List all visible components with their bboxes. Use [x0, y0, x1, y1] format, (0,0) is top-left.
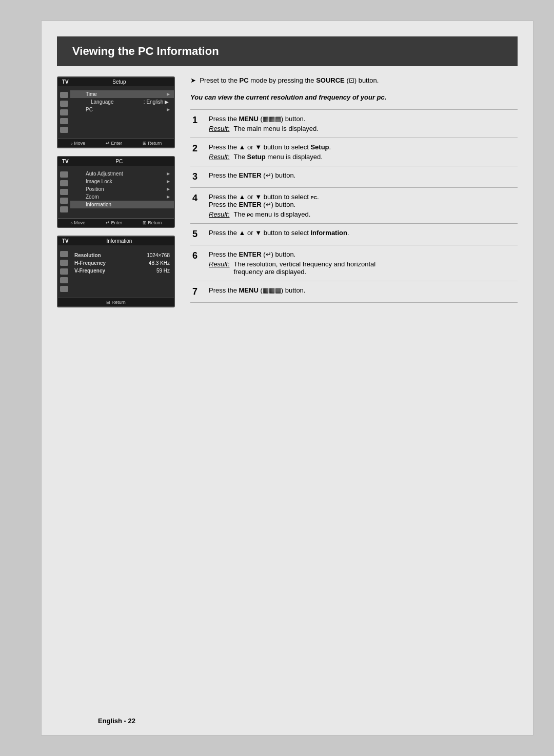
tv-screen2-title: PC: [115, 159, 123, 164]
setup-time-arrow: ▶: [167, 92, 170, 96]
step-1-result: Result: The main menu is displayed.: [209, 125, 518, 132]
step-5-num: 5: [190, 224, 205, 245]
step-2-result: Result: The Setup menu is displayed.: [209, 153, 518, 161]
tv-label-1: TV: [62, 79, 69, 85]
step-3-num: 3: [190, 166, 205, 188]
setup-item-language: Language : English ▶: [70, 98, 174, 106]
step-7-num: 7: [190, 281, 205, 303]
pc-zoom-label: Zoom: [86, 194, 99, 200]
info-resolution-label: Resolution: [74, 253, 101, 258]
tv-screen2-footer: ⬦ Move ↵ Enter ⊞ Return: [58, 218, 174, 227]
step-6-result-label: Result:: [209, 260, 229, 276]
info-hfreq-value: 48.3 KHz: [149, 260, 170, 266]
step-3-content: Press the ENTER (↵) button.: [205, 166, 518, 188]
step-4-result: Result: The pc menu is displayed.: [209, 210, 518, 218]
setup-pc-label: PC: [86, 107, 93, 112]
pc-item-auto: Auto Adjustment ▶: [70, 170, 174, 178]
step-7-text: Press the MENU (▦▦▦) button.: [209, 286, 518, 294]
footer-page: English - 22: [98, 717, 135, 725]
tv-screen3-title: Information: [106, 238, 132, 244]
tv-screen3-footer: ⊞ Return: [58, 298, 174, 306]
footer1-return: ⊞ Return: [143, 141, 162, 146]
step-6-text: Press the ENTER (↵) button.: [209, 250, 518, 258]
right-column: ➤ Preset to the PC mode by pressing the …: [190, 76, 518, 307]
step-5-text: Press the ▲ or ▼ button to select Inform…: [209, 229, 518, 237]
footer1-move: ⬦ Move: [70, 141, 86, 146]
step-2-result-text: The Setup menu is displayed.: [233, 153, 322, 161]
tv-screen1-header: TV Setup: [58, 77, 174, 86]
info-vfreq-label: V-Frequency: [74, 268, 105, 274]
step-1-text: Press the MENU (▦▦▦) button.: [209, 115, 518, 123]
setup-lang-value: : English ▶: [144, 99, 169, 105]
step-2-row: 2 Press the ▲ or ▼ button to select Setu…: [190, 138, 518, 166]
pc-item-position: Position ▶: [70, 185, 174, 193]
info-vfreq-row: V-Frequency 59 Hz: [72, 267, 172, 275]
tv-screen1-title: Setup: [112, 79, 126, 85]
step-5-content: Press the ▲ or ▼ button to select Inform…: [205, 224, 518, 245]
step-6-content: Press the ENTER (↵) button. Result: The …: [205, 245, 518, 281]
pc-item-imagelock: Image Lock ▶: [70, 178, 174, 185]
content-area: TV Setup: [42, 66, 533, 318]
step-4-result-label: Result:: [209, 210, 229, 218]
page-container: Viewing the PC Information TV Setup: [41, 21, 533, 735]
tv-screen-pc: TV PC: [57, 156, 175, 228]
info-vfreq-value: 59 Hz: [156, 268, 170, 274]
italic-note: You can view the current resolution and …: [190, 93, 518, 101]
footer-text: English - 22: [98, 717, 135, 725]
tv-label-2: TV: [62, 159, 69, 164]
tv-screen1-footer: ⬦ Move ↵ Enter ⊞ Return: [58, 139, 174, 147]
preset-note: ➤ Preset to the PC mode by pressing the …: [190, 76, 518, 88]
footer2-move: ⬦ Move: [70, 220, 86, 225]
step-4-num: 4: [190, 188, 205, 224]
setup-item-pc: PC ▶: [70, 106, 174, 113]
info-resolution-row: Resolution 1024×768: [72, 251, 172, 259]
step-1-row: 1 Press the MENU (▦▦▦) button. Result: T…: [190, 110, 518, 138]
step-7-row: 7 Press the MENU (▦▦▦) button.: [190, 281, 518, 303]
step-4-result-text: The pc menu is displayed.: [233, 210, 310, 218]
tv-screen3-menu: Resolution 1024×768 H-Frequency 48.3 KHz…: [58, 245, 174, 298]
setup-pc-arrow: ▶: [167, 107, 170, 112]
left-column: TV Setup: [57, 76, 175, 307]
setup-item-time: Time ▶: [70, 90, 174, 98]
footer3-return: ⊞ Return: [106, 300, 126, 305]
step-6-result: Result: The resolution, vertical frequen…: [209, 260, 518, 276]
info-hfreq-row: H-Frequency 48.3 KHz: [72, 259, 172, 267]
footer1-enter: ↵ Enter: [106, 141, 122, 146]
page-title: Viewing the PC Information: [72, 45, 502, 58]
step-1-num: 1: [190, 110, 205, 138]
tv-screen-info: TV Information: [57, 236, 175, 307]
step-4-text: Press the ▲ or ▼ button to select pc.Pre…: [209, 193, 518, 208]
step-5-row: 5 Press the ▲ or ▼ button to select Info…: [190, 224, 518, 245]
pc-auto-label: Auto Adjustment: [86, 171, 123, 177]
footer2-return: ⊞ Return: [143, 220, 162, 225]
step-1-content: Press the MENU (▦▦▦) button. Result: The…: [205, 110, 518, 138]
title-bar: Viewing the PC Information: [57, 36, 518, 66]
pc-item-zoom: Zoom ▶: [70, 193, 174, 201]
step-4-row: 4 Press the ▲ or ▼ button to select pc.P…: [190, 188, 518, 224]
step-6-row: 6 Press the ENTER (↵) button. Result: Th…: [190, 245, 518, 281]
footer2-enter: ↵ Enter: [106, 220, 122, 225]
steps-table: 1 Press the MENU (▦▦▦) button. Result: T…: [190, 109, 518, 303]
tv-screen2-menu: Auto Adjustment ▶ Image Lock ▶ Position …: [58, 166, 174, 218]
step-3-text: Press the ENTER (↵) button.: [209, 171, 518, 179]
pc-imagelock-label: Image Lock: [86, 179, 112, 184]
setup-time-label: Time: [86, 91, 97, 97]
pc-info-label: Information: [86, 202, 111, 207]
tv-label-3: TV: [62, 238, 69, 244]
step-2-text: Press the ▲ or ▼ button to select Setup.: [209, 143, 518, 151]
info-resolution-value: 1024×768: [147, 253, 170, 258]
step-2-content: Press the ▲ or ▼ button to select Setup.…: [205, 138, 518, 166]
tv-screen1-menu: Time ▶ Language : English ▶ PC ▶: [58, 86, 174, 139]
pc-position-label: Position: [86, 186, 104, 192]
step-2-num: 2: [190, 138, 205, 166]
info-hfreq-label: H-Frequency: [74, 260, 106, 266]
step-1-result-label: Result:: [209, 125, 229, 132]
step-7-content: Press the MENU (▦▦▦) button.: [205, 281, 518, 303]
step-4-content: Press the ▲ or ▼ button to select pc.Pre…: [205, 188, 518, 224]
step-6-num: 6: [190, 245, 205, 281]
pc-item-information: Information: [70, 201, 174, 208]
step-2-result-label: Result:: [209, 153, 229, 161]
step-1-result-text: The main menu is displayed.: [233, 125, 318, 132]
tv-screen3-header: TV Information: [58, 237, 174, 245]
tv-screen2-header: TV PC: [58, 157, 174, 166]
